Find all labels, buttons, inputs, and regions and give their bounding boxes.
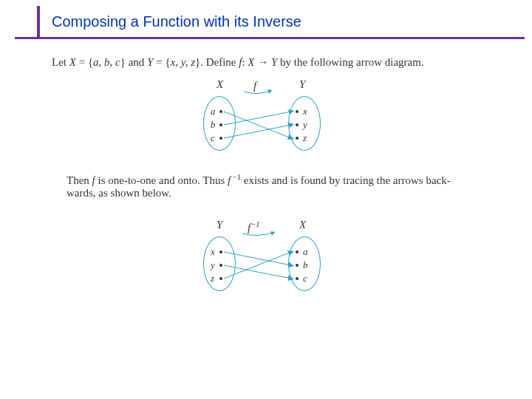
- t1e: } and: [120, 56, 147, 68]
- d1-func-arc: [244, 90, 272, 94]
- arrow-diagram-finv: Y f−1 X x y z a b c: [0, 214, 532, 310]
- t2d-sup: −1: [231, 173, 241, 181]
- d2-func-arc: [242, 232, 275, 236]
- d2-arrow-y-c: [224, 265, 291, 279]
- d1-arrowhead-a-z: [287, 134, 294, 140]
- d2-arrowhead-y-c: [288, 275, 294, 281]
- d1-arrows-svg: [0, 74, 532, 170]
- d2-arrowhead-x-b: [288, 262, 294, 267]
- t2c: is one-to-one and onto. Thus: [95, 174, 228, 186]
- t1i: }. Define: [195, 56, 239, 68]
- inverse-text: Then f is one-to-one and onto. Thus f −1…: [66, 173, 510, 200]
- d2-arrow-z-a: [224, 252, 291, 279]
- arrow-diagram-f: X f Y a b c x y z: [0, 74, 532, 170]
- t1c: = {: [76, 56, 93, 68]
- header-horizontal-bar: [15, 37, 525, 39]
- d1-arrow-c-y: [224, 125, 291, 138]
- t2a: Then: [66, 174, 92, 186]
- d2-arrow-x-b: [224, 252, 291, 265]
- t1d: a, b, c: [93, 56, 120, 68]
- d1-arrowhead-c-y: [288, 123, 294, 128]
- d1-arrowhead-b-x: [288, 109, 294, 115]
- d1-arrow-a-z: [224, 112, 291, 138]
- t1m: →: [255, 56, 272, 68]
- t1g: = {: [153, 56, 170, 68]
- t1l: X: [248, 56, 254, 68]
- t1o: by the following arrow diagram.: [277, 56, 423, 68]
- t2e: exists and is found by tracing the arrow…: [241, 174, 451, 186]
- slide-title: Composing a Function with its Inverse: [52, 13, 301, 30]
- t1a: Let: [52, 56, 69, 68]
- header-vertical-bar: [37, 6, 40, 39]
- d2-arrows-svg: [0, 214, 532, 310]
- t1h: x, y, z: [171, 56, 195, 68]
- t1b: X: [69, 56, 76, 68]
- definition-text: Let X = {a, b, c} and Y = {x, y, z}. Def…: [52, 56, 510, 69]
- t2f: wards, as shown below.: [66, 187, 171, 199]
- d1-arrow-b-x: [224, 112, 291, 125]
